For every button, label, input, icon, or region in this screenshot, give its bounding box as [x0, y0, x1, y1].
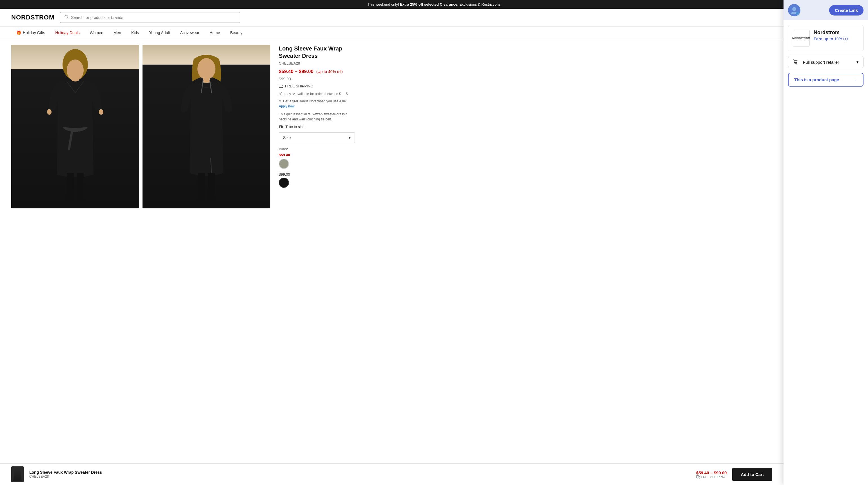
product-image-front[interactable]	[11, 45, 139, 208]
nav-item-young-adult[interactable]: Young Adult	[144, 27, 175, 39]
original-price: $99.00	[279, 77, 355, 81]
svg-rect-5	[67, 173, 74, 204]
svg-point-21	[797, 63, 797, 64]
banner-text-bold: Extra 25% off selected Clearance.	[400, 2, 458, 6]
product-images	[11, 45, 270, 208]
avatar-check-icon: ✓	[796, 12, 800, 16]
apply-now-link[interactable]: Apply now	[279, 104, 355, 108]
color-section: Black $59.40 $99.00	[279, 147, 355, 188]
color-swatch-black[interactable]	[279, 178, 289, 188]
svg-point-17	[280, 87, 280, 88]
cashback-info-icon[interactable]: i	[843, 37, 848, 41]
svg-point-19	[792, 7, 796, 11]
free-shipping-label: FREE SHIPPING	[279, 84, 355, 88]
product-area: Long Sleeve Faux Wrap Sweater Dress CHEL…	[0, 39, 868, 214]
retailer-card: NORDSTROM Nordstrom Earn up to 10% i	[788, 25, 864, 51]
header: NORDSTROM Sign In	[0, 9, 868, 27]
svg-point-0	[65, 15, 68, 18]
nav-item-holiday-deals[interactable]: Holiday Deals	[50, 27, 85, 39]
cashback-label: Earn up to 10% i	[814, 37, 859, 41]
bonus-icon: ⊙	[279, 99, 282, 103]
nav-item-home[interactable]: Home	[205, 27, 225, 39]
nav-item-activewear[interactable]: Activewear	[175, 27, 204, 39]
chevron-down-icon: ▾	[349, 135, 351, 140]
svg-point-9	[197, 58, 215, 80]
extension-body: NORDSTROM Nordstrom Earn up to 10% i	[783, 20, 868, 214]
avatar: ✓	[788, 4, 800, 16]
svg-point-7	[47, 109, 52, 115]
bonus-note: ⊙ Get a $60 Bonus Note when you use a ne	[279, 99, 355, 103]
product-description: This quintessential faux-wrap sweater-dr…	[279, 112, 355, 122]
nav-item-men[interactable]: Men	[108, 27, 126, 39]
svg-point-18	[282, 87, 283, 88]
cart-icon	[793, 59, 799, 64]
create-link-button[interactable]: Create Link	[829, 5, 864, 16]
top-banner: This weekend only! Extra 25% off selecte…	[0, 0, 868, 9]
retailer-logo-box: NORDSTROM	[793, 30, 810, 47]
svg-rect-6	[76, 173, 84, 204]
search-icon	[64, 15, 69, 20]
product-sku: CHELSEA28	[279, 61, 355, 65]
fit-info: Fit: True to size.	[279, 125, 355, 129]
search-input[interactable]	[71, 15, 236, 20]
search-bar[interactable]	[60, 12, 240, 23]
product-info: Long Sleeve Faux Wrap Sweater Dress CHEL…	[276, 45, 355, 208]
logo: NORDSTROM	[11, 14, 54, 21]
extension-header: ✓ Create Link	[783, 0, 868, 20]
svg-rect-16	[279, 85, 282, 87]
discount-label: (Up to 40% off)	[316, 69, 343, 74]
full-support-label: Full support retailer	[803, 60, 839, 64]
svg-point-3	[67, 59, 84, 81]
nav: 🎁 Holiday Gifts Holiday Deals Women Men …	[0, 27, 868, 39]
nav-item-holiday-gifts[interactable]: 🎁 Holiday Gifts	[11, 27, 50, 39]
extension-panel: ✓ Create Link NORDSTROM Nordstrom Earn u…	[783, 0, 868, 214]
svg-rect-15	[208, 173, 215, 204]
product-page-label: This is a product page	[794, 77, 839, 82]
nav-item-women[interactable]: Women	[85, 27, 108, 39]
svg-line-1	[67, 18, 68, 19]
banner-exclusions-link[interactable]: Exclusions & Restrictions	[459, 2, 500, 6]
retailer-logo-text: NORDSTROM	[792, 37, 810, 39]
svg-point-8	[99, 109, 103, 115]
svg-rect-14	[198, 173, 205, 204]
size-selector[interactable]: Size ▾	[279, 132, 355, 143]
gift-icon: 🎁	[16, 30, 21, 35]
color-black-price: $99.00	[279, 172, 355, 176]
nav-item-beauty[interactable]: Beauty	[225, 27, 248, 39]
product-page-button[interactable]: This is a product page →	[788, 73, 864, 87]
afterpay-text: afterpay ↻ available for orders between …	[279, 92, 355, 96]
product-title: Long Sleeve Faux Wrap Sweater Dress	[279, 45, 355, 59]
svg-rect-10	[203, 78, 210, 83]
product-price-range: $59.40 – $99.00	[279, 69, 313, 75]
svg-point-20	[795, 63, 795, 64]
full-support-retailer[interactable]: Full support retailer ▾	[788, 56, 864, 68]
banner-text-normal: This weekend only!	[368, 2, 400, 6]
color-name-black: Black	[279, 147, 355, 151]
arrow-right-icon: →	[853, 77, 857, 82]
color-gray-price: $59.40	[279, 153, 355, 157]
retailer-name: Nordstrom	[814, 30, 859, 35]
nav-item-kids[interactable]: Kids	[126, 27, 144, 39]
product-image-back[interactable]	[143, 45, 270, 208]
chevron-down-icon: ▾	[857, 59, 859, 64]
retailer-info: Nordstrom Earn up to 10% i	[814, 30, 859, 41]
color-swatch-gray[interactable]	[279, 159, 289, 169]
